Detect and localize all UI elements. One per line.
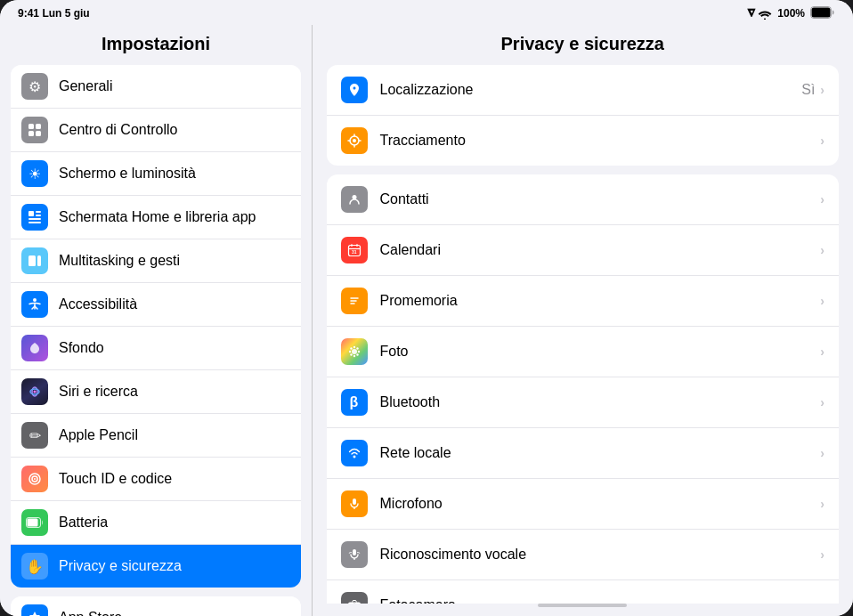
status-time: 9:41 Lun 5 giu: [18, 7, 90, 20]
siri-label: Siri e ricerca: [59, 384, 290, 400]
main-content: Impostazioni ⚙ Generali Centro di Contro…: [0, 25, 853, 616]
localizzazione-label: Localizzazione: [380, 82, 802, 98]
fotocamera-icon: [341, 592, 368, 604]
svg-point-35: [356, 347, 358, 349]
localizzazione-icon: [341, 77, 368, 103]
sidebar-section-main: ⚙ Generali Centro di Controllo ☀ Schermo…: [11, 65, 301, 588]
foto-chevron: ›: [820, 344, 825, 359]
sidebar-item-sfondo[interactable]: Sfondo: [11, 327, 301, 370]
right-item-rete-locale[interactable]: Rete locale ›: [327, 428, 840, 479]
status-bar-right: 𝛁 100%: [747, 6, 835, 21]
sidebar-item-multitasking[interactable]: Multitasking e gesti: [11, 239, 301, 283]
svg-rect-1: [812, 7, 831, 17]
svg-rect-8: [36, 215, 41, 216]
multitasking-label: Multitasking e gesti: [59, 253, 290, 269]
sidebar-list[interactable]: ⚙ Generali Centro di Controllo ☀ Schermo…: [0, 65, 312, 616]
right-item-fotocamera[interactable]: Fotocamera ›: [327, 580, 840, 604]
sidebar-item-privacy[interactable]: ✋ Privacy e sicurezza: [11, 545, 301, 588]
svg-point-37: [356, 353, 358, 355]
svg-rect-2: [28, 124, 34, 129]
privacy-label: Privacy e sicurezza: [59, 558, 290, 574]
batteria-icon: [21, 509, 48, 536]
right-content[interactable]: Localizzazione Sì › Tracciamento ›: [313, 65, 854, 604]
sidebar-item-accessibilita[interactable]: Accessibilità: [11, 283, 301, 327]
right-item-riconoscimento-vocale[interactable]: Riconoscimento vocale ›: [327, 530, 840, 580]
promemoria-label: Promemoria: [380, 293, 821, 309]
sidebar-item-siri[interactable]: Siri e ricerca: [11, 370, 301, 414]
svg-rect-12: [37, 255, 41, 266]
right-item-foto[interactable]: Foto ›: [327, 327, 840, 377]
right-panel-title: Privacy e sicurezza: [313, 25, 854, 65]
right-item-bluetooth[interactable]: β Bluetooth ›: [327, 377, 840, 428]
localizzazione-chevron: ›: [820, 83, 825, 97]
app-store-label: App Store: [59, 610, 290, 616]
sidebar-item-centro-controllo[interactable]: Centro di Controllo: [11, 109, 301, 152]
schermo-icon: ☀: [21, 160, 48, 187]
rete-locale-chevron: ›: [820, 446, 825, 460]
apple-pencil-label: Apple Pencil: [59, 427, 290, 443]
right-item-microfono[interactable]: Microfono ›: [327, 479, 840, 530]
generali-label: Generali: [59, 78, 290, 94]
right-item-calendari[interactable]: 31 Calendari ›: [327, 225, 840, 276]
microfono-chevron: ›: [820, 497, 825, 511]
battery-icon: [810, 6, 835, 21]
sidebar-item-generali[interactable]: ⚙ Generali: [11, 65, 301, 109]
ipad-frame: 9:41 Lun 5 giu 𝛁 100% I: [0, 0, 853, 616]
siri-icon: [21, 378, 48, 405]
tracciamento-chevron: ›: [820, 134, 825, 148]
svg-rect-10: [28, 222, 41, 223]
bluetooth-chevron: ›: [820, 395, 825, 409]
fotocamera-label: Fotocamera: [380, 597, 821, 604]
status-bar: 9:41 Lun 5 giu 𝛁 100%: [0, 0, 853, 25]
foto-label: Foto: [380, 344, 821, 360]
right-item-promemoria[interactable]: Promemoria ›: [327, 276, 840, 327]
svg-point-30: [353, 346, 354, 348]
svg-point-25: [353, 139, 356, 142]
right-item-contatti[interactable]: Contatti ›: [327, 174, 840, 225]
svg-point-33: [357, 351, 359, 353]
contatti-icon: [341, 186, 368, 213]
svg-point-32: [348, 351, 350, 353]
svg-point-19: [34, 478, 36, 480]
contatti-label: Contatti: [380, 191, 821, 207]
svg-point-38: [353, 456, 355, 458]
sfondo-icon: [21, 335, 48, 361]
schermata-home-label: Schermata Home e libreria app: [59, 209, 290, 225]
right-item-localizzazione[interactable]: Localizzazione Sì ›: [327, 65, 840, 116]
sidebar-item-schermata-home[interactable]: Schermata Home e libreria app: [11, 196, 301, 239]
riconoscimento-vocale-chevron: ›: [820, 547, 825, 562]
svg-point-13: [33, 298, 37, 302]
centro-controllo-icon: [21, 117, 48, 143]
schermo-label: Schermo e luminosità: [59, 166, 290, 182]
tracciamento-icon: [341, 127, 368, 154]
right-item-tracciamento[interactable]: Tracciamento ›: [327, 116, 840, 166]
svg-rect-41: [353, 549, 356, 555]
right-section-permissions: Contatti › 31 Calendari ›: [327, 174, 840, 604]
sidebar-section-apps: App Store Wallet e Apple Pay: [11, 596, 301, 616]
svg-point-29: [352, 349, 357, 354]
rete-locale-label: Rete locale: [380, 445, 821, 461]
svg-rect-9: [28, 218, 41, 220]
promemoria-icon: [341, 288, 368, 314]
sidebar-item-schermo[interactable]: ☀ Schermo e luminosità: [11, 152, 301, 196]
sidebar-title: Impostazioni: [0, 25, 312, 65]
svg-rect-39: [353, 498, 356, 505]
right-section-location: Localizzazione Sì › Tracciamento ›: [327, 65, 840, 166]
sidebar-item-apple-pencil[interactable]: ✏ Apple Pencil: [11, 414, 301, 458]
app-store-icon: [21, 604, 48, 616]
sidebar-item-batteria[interactable]: Batteria: [11, 501, 301, 545]
svg-rect-3: [36, 124, 41, 129]
centro-controllo-label: Centro di Controllo: [59, 122, 290, 138]
sidebar-item-app-store[interactable]: App Store: [11, 596, 301, 616]
accessibilita-icon: [21, 291, 48, 318]
svg-rect-11: [28, 255, 36, 266]
svg-point-16: [34, 391, 37, 393]
calendari-chevron: ›: [820, 243, 825, 257]
sidebar-item-touch-id[interactable]: Touch ID e codice: [11, 458, 301, 501]
svg-rect-5: [36, 131, 41, 136]
svg-rect-21: [28, 519, 38, 527]
svg-point-36: [350, 353, 352, 355]
svg-rect-7: [36, 211, 41, 213]
touch-id-icon: [21, 466, 48, 492]
svg-rect-4: [28, 131, 34, 136]
